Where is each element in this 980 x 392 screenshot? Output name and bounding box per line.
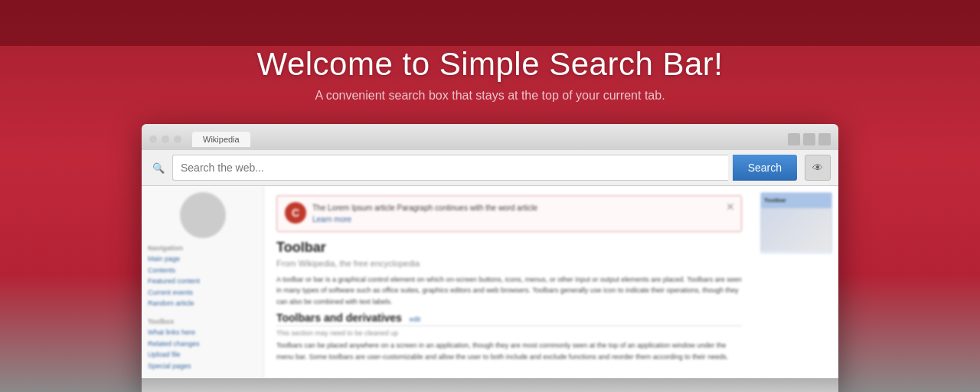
page-sidebar: Navigation Main page Contents Featured c…	[142, 186, 264, 392]
search-input[interactable]	[172, 155, 728, 181]
eye-icon: 👁	[812, 162, 823, 174]
eye-icon-button[interactable]: 👁	[805, 155, 831, 181]
sidebar-link-featured[interactable]: Featured content	[148, 276, 257, 286]
browser-close-btn[interactable]	[818, 133, 831, 145]
right-sidebar-box: Toolbar	[760, 192, 832, 253]
notif-close-btn[interactable]: ✕	[726, 201, 735, 213]
sidebar-toolbox-label: Toolbox	[148, 318, 257, 325]
search-button[interactable]: Search	[733, 155, 797, 181]
notif-icon: C	[285, 202, 306, 224]
browser-mockup: Wikipedia 🔍 Search 👁 Navi	[142, 124, 838, 392]
sidebar-avatar	[180, 192, 226, 238]
browser-maximize-btn[interactable]	[803, 133, 815, 145]
browser-dot-3	[174, 136, 181, 143]
content-section-paragraph: Toolbars can be placed anywhere on a scr…	[276, 340, 742, 362]
notif-title: The Lorem Ipsum article Paragraph contin…	[312, 202, 537, 214]
sidebar-nav-group: Navigation Main page Contents Featured c…	[148, 244, 257, 309]
sidebar-nav-label: Navigation	[148, 244, 257, 252]
magnifier-icon: 🔍	[152, 162, 165, 174]
sidebar-link-special[interactable]: Special pages	[148, 361, 257, 371]
sidebar-link-whatlinks[interactable]: What links here	[148, 328, 257, 338]
browser-dot-2	[162, 136, 169, 143]
sidebar-link-random[interactable]: Random article	[148, 299, 257, 309]
notif-text: The Lorem Ipsum article Paragraph contin…	[312, 202, 537, 225]
browser-tab[interactable]: Wikipedia	[192, 132, 250, 147]
page-content-area: Navigation Main page Contents Featured c…	[142, 186, 838, 392]
subtitle: A convenient search box that stays at th…	[257, 89, 724, 103]
content-section-title: Toolbars and derivatives edit	[276, 312, 742, 326]
right-sidebar-thumbnail	[761, 208, 831, 251]
browser-chrome: Wikipedia	[142, 124, 838, 150]
sidebar-link-related[interactable]: Related changes	[148, 339, 257, 349]
browser-dot-1	[149, 136, 157, 143]
search-icon-wrap: 🔍	[149, 162, 168, 174]
page-right-sidebar: Toolbar	[754, 186, 838, 392]
page-main-content: C The Lorem Ipsum article Paragraph cont…	[264, 186, 754, 392]
browser-bottom-bar	[142, 378, 838, 392]
sidebar-link-main[interactable]: Main page	[148, 254, 257, 264]
sidebar-toolbox-group: Toolbox What links here Related changes …	[148, 318, 257, 371]
header-section: Welcome to Simple Search Bar! A convenie…	[257, 46, 724, 103]
section-edit-link[interactable]: edit	[410, 315, 421, 323]
content-main-heading: Toolbar	[276, 240, 742, 256]
background: Welcome to Simple Search Bar! A convenie…	[0, 0, 980, 392]
sidebar-link-events[interactable]: Current events	[148, 288, 257, 298]
notif-sub: Learn more	[312, 214, 537, 225]
browser-controls	[788, 133, 831, 145]
content-section-subtitle: This section may need to be cleaned up	[276, 329, 742, 337]
content-paragraph-1: A toolbar or bar is a graphical control …	[276, 274, 742, 307]
notification-box: C The Lorem Ipsum article Paragraph cont…	[276, 195, 742, 232]
browser-minimize-btn[interactable]	[788, 133, 800, 145]
main-title: Welcome to Simple Search Bar!	[257, 46, 724, 83]
search-bar-row: 🔍 Search 👁	[142, 150, 838, 186]
right-box-title: Toolbar	[764, 197, 786, 204]
sidebar-link-upload[interactable]: Upload file	[148, 350, 257, 360]
content-subheading: From Wikipedia, the free encyclopedia	[276, 259, 742, 268]
sidebar-link-contents[interactable]: Contents	[148, 266, 257, 276]
